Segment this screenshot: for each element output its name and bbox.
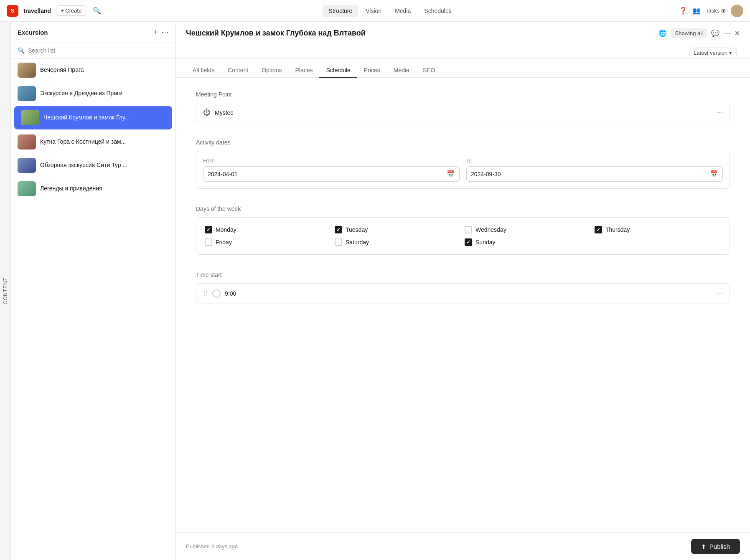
calendar-icon[interactable]: 📅 xyxy=(710,170,718,178)
days-of-week-label: Days of the week xyxy=(196,205,730,212)
activity-dates-label: Activity dates xyxy=(196,139,730,146)
item-label: Чешский Крумлов и замок Глу... xyxy=(43,114,130,122)
version-row: Latest version ▾ xyxy=(176,45,750,58)
monday-checkbox[interactable]: ✓ xyxy=(205,226,212,233)
location-icon: ⏻ xyxy=(203,108,211,117)
drag-handle-icon[interactable]: ⠿ xyxy=(203,290,208,298)
time-circle-icon xyxy=(212,289,221,298)
saturday-label: Saturday xyxy=(346,239,369,246)
day-friday: Friday xyxy=(205,238,331,246)
tab-all-fields[interactable]: All fields xyxy=(186,63,221,78)
content-strip: Content xyxy=(0,22,11,560)
activity-dates-grid: From 2024-04-01 📅 To 2024-09-30 📅 xyxy=(196,151,730,189)
calendar-icon[interactable]: 📅 xyxy=(447,170,455,178)
app-brand: travelland xyxy=(23,8,51,14)
item-label: Легенды и привидения xyxy=(40,185,102,193)
tab-schedule[interactable]: Schedule xyxy=(319,63,357,78)
time-start-section: Time start ⠿ 9:00 ⋯ xyxy=(196,271,730,304)
list-item-active[interactable]: Чешский Крумлов и замок Глу... xyxy=(14,106,172,129)
content-scroll: Meeting Point ⏻ Mystec ⋯ Activity dates … xyxy=(176,78,750,532)
tuesday-label: Tuesday xyxy=(346,226,368,233)
list-item[interactable]: Вечерняя Прага xyxy=(11,58,175,82)
nav-tab-schedules[interactable]: Schedules xyxy=(418,5,457,17)
svg-point-0 xyxy=(735,7,740,12)
translate-icon[interactable]: 🌐 xyxy=(658,29,667,37)
svg-point-1 xyxy=(733,13,741,17)
day-wednesday: Wednesday xyxy=(465,226,591,233)
wednesday-label: Wednesday xyxy=(475,226,506,233)
content-footer: Published 3 days ago ⬆ Publish xyxy=(176,532,750,560)
list-item[interactable]: Кутна Гора с Костницей и зам... xyxy=(11,130,175,154)
nav-tab-media[interactable]: Media xyxy=(389,5,417,17)
day-thursday: ✓ Thursday xyxy=(595,226,721,233)
friday-label: Friday xyxy=(216,239,232,246)
from-input-wrapper: 2024-04-01 📅 xyxy=(203,166,460,182)
comment-button[interactable]: 💬 xyxy=(711,29,719,37)
more-options-button[interactable]: ⋯ xyxy=(724,29,730,37)
wednesday-checkbox[interactable] xyxy=(465,226,472,233)
thursday-label: Thursday xyxy=(605,226,630,233)
help-icon[interactable]: ❓ xyxy=(679,7,687,15)
tab-places[interactable]: Places xyxy=(288,63,319,78)
to-value: 2024-09-30 xyxy=(471,171,707,177)
more-options-icon[interactable]: ⋯ xyxy=(716,109,723,117)
more-options-icon[interactable]: ⋯ xyxy=(717,290,723,297)
create-button[interactable]: + Create xyxy=(56,5,86,16)
content-tabs: All fields Content Options Places Schedu… xyxy=(176,58,750,78)
content-strip-label: Content xyxy=(3,277,8,304)
meeting-point-value: Mystec xyxy=(215,109,712,116)
to-field: To 2024-09-30 📅 xyxy=(466,158,723,182)
close-button[interactable]: ✕ xyxy=(735,29,740,37)
left-sidebar: Excursion + ⋯ 🔍 Вечерняя Прага Экскурсия xyxy=(11,22,176,560)
showing-all-badge[interactable]: Showing all xyxy=(671,28,707,38)
search-input[interactable] xyxy=(28,47,169,54)
from-label: From xyxy=(203,158,460,164)
sidebar-title: Excursion xyxy=(18,29,153,36)
from-value: 2024-04-01 xyxy=(208,171,443,177)
day-tuesday: ✓ Tuesday xyxy=(335,226,461,233)
sidebar-actions: + ⋯ xyxy=(153,28,169,37)
friday-checkbox[interactable] xyxy=(205,238,212,246)
tasks-button[interactable]: Tasks ⊞ xyxy=(706,8,726,14)
tab-media[interactable]: Media xyxy=(387,63,416,78)
time-value: 9:00 xyxy=(225,290,713,297)
publish-button[interactable]: ⬆ Publish xyxy=(691,539,740,554)
thursday-checkbox[interactable]: ✓ xyxy=(595,226,602,233)
item-thumbnail xyxy=(21,110,39,125)
days-of-week-grid: ✓ Monday ✓ Tuesday Wednesday xyxy=(196,217,730,255)
users-icon[interactable]: 👥 xyxy=(692,7,701,15)
item-thumbnail xyxy=(18,158,36,173)
version-dropdown[interactable]: Latest version ▾ xyxy=(689,48,737,58)
tab-content[interactable]: Content xyxy=(221,63,255,78)
nav-tab-structure[interactable]: Structure xyxy=(323,5,358,17)
meeting-point-box: ⏻ Mystec ⋯ xyxy=(196,103,730,122)
sidebar-search-bar: 🔍 xyxy=(11,43,175,58)
avatar[interactable] xyxy=(731,5,743,17)
tab-seo[interactable]: SEO xyxy=(416,63,442,78)
published-status: Published 3 days ago xyxy=(186,543,691,550)
search-icon[interactable]: 🔍 xyxy=(93,7,101,15)
day-sunday: ✓ Sunday xyxy=(465,238,591,246)
nav-tab-vision[interactable]: Vision xyxy=(360,5,387,17)
list-item[interactable]: Обзорная экскурсия Сити Тур ... xyxy=(11,154,175,177)
tab-prices[interactable]: Prices xyxy=(357,63,387,78)
item-thumbnail xyxy=(18,63,36,78)
day-monday: ✓ Monday xyxy=(205,226,331,233)
app-logo: S xyxy=(7,5,18,17)
more-options-button[interactable]: ⋯ xyxy=(161,28,169,37)
to-label: To xyxy=(466,158,723,164)
list-item[interactable]: Экскурсия в Дрезден из Праги xyxy=(11,82,175,105)
add-item-button[interactable]: + xyxy=(153,28,158,37)
search-icon: 🔍 xyxy=(18,47,25,54)
upload-icon: ⬆ xyxy=(701,543,706,550)
tuesday-checkbox[interactable]: ✓ xyxy=(335,226,342,233)
item-label: Кутна Гора с Костницей и зам... xyxy=(40,138,126,146)
topnav-right: ❓ 👥 Tasks ⊞ xyxy=(679,5,743,17)
sidebar-header: Excursion + ⋯ xyxy=(11,22,175,43)
saturday-checkbox[interactable] xyxy=(335,238,342,246)
tab-options[interactable]: Options xyxy=(255,63,288,78)
list-item[interactable]: Легенды и привидения xyxy=(11,177,175,200)
day-saturday: Saturday xyxy=(335,238,461,246)
from-field: From 2024-04-01 📅 xyxy=(203,158,460,182)
sunday-checkbox[interactable]: ✓ xyxy=(465,238,472,246)
